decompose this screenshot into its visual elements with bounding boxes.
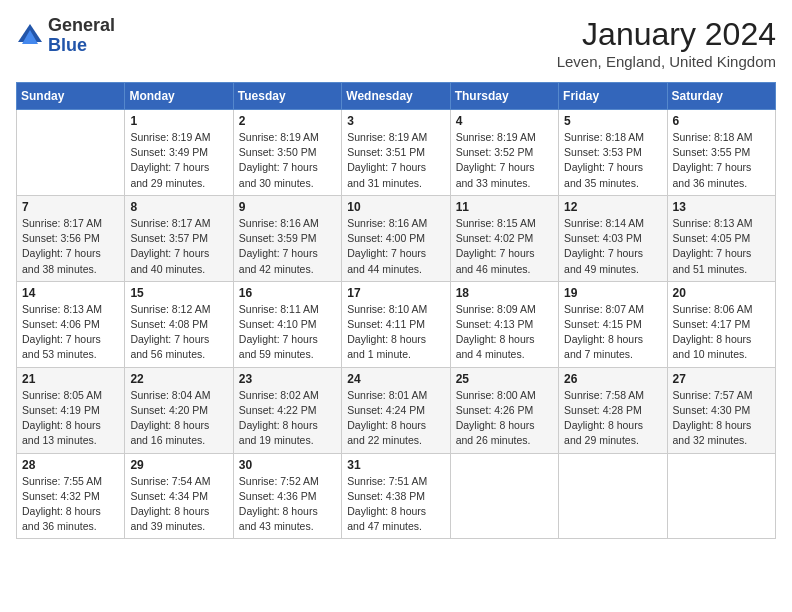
day-number: 7	[22, 200, 119, 214]
day-number: 18	[456, 286, 553, 300]
day-info: Sunrise: 8:06 AM Sunset: 4:17 PM Dayligh…	[673, 302, 770, 363]
calendar-cell: 23Sunrise: 8:02 AM Sunset: 4:22 PM Dayli…	[233, 367, 341, 453]
day-info: Sunrise: 8:11 AM Sunset: 4:10 PM Dayligh…	[239, 302, 336, 363]
day-number: 5	[564, 114, 661, 128]
calendar-cell	[559, 453, 667, 539]
day-number: 12	[564, 200, 661, 214]
calendar-cell: 29Sunrise: 7:54 AM Sunset: 4:34 PM Dayli…	[125, 453, 233, 539]
calendar-cell: 27Sunrise: 7:57 AM Sunset: 4:30 PM Dayli…	[667, 367, 775, 453]
calendar-cell: 7Sunrise: 8:17 AM Sunset: 3:56 PM Daylig…	[17, 195, 125, 281]
calendar-cell: 17Sunrise: 8:10 AM Sunset: 4:11 PM Dayli…	[342, 281, 450, 367]
calendar-cell: 1Sunrise: 8:19 AM Sunset: 3:49 PM Daylig…	[125, 110, 233, 196]
calendar-day-header: Monday	[125, 83, 233, 110]
day-info: Sunrise: 8:19 AM Sunset: 3:51 PM Dayligh…	[347, 130, 444, 191]
day-info: Sunrise: 8:00 AM Sunset: 4:26 PM Dayligh…	[456, 388, 553, 449]
logo-icon	[16, 22, 44, 50]
day-info: Sunrise: 8:12 AM Sunset: 4:08 PM Dayligh…	[130, 302, 227, 363]
calendar-week-row: 7Sunrise: 8:17 AM Sunset: 3:56 PM Daylig…	[17, 195, 776, 281]
calendar-cell	[450, 453, 558, 539]
day-number: 15	[130, 286, 227, 300]
day-info: Sunrise: 7:55 AM Sunset: 4:32 PM Dayligh…	[22, 474, 119, 535]
day-number: 11	[456, 200, 553, 214]
day-info: Sunrise: 8:17 AM Sunset: 3:57 PM Dayligh…	[130, 216, 227, 277]
calendar-cell: 13Sunrise: 8:13 AM Sunset: 4:05 PM Dayli…	[667, 195, 775, 281]
day-info: Sunrise: 8:16 AM Sunset: 3:59 PM Dayligh…	[239, 216, 336, 277]
calendar-cell: 9Sunrise: 8:16 AM Sunset: 3:59 PM Daylig…	[233, 195, 341, 281]
day-number: 1	[130, 114, 227, 128]
day-number: 21	[22, 372, 119, 386]
day-number: 22	[130, 372, 227, 386]
day-info: Sunrise: 8:10 AM Sunset: 4:11 PM Dayligh…	[347, 302, 444, 363]
day-number: 9	[239, 200, 336, 214]
day-info: Sunrise: 7:58 AM Sunset: 4:28 PM Dayligh…	[564, 388, 661, 449]
day-number: 16	[239, 286, 336, 300]
calendar-cell: 14Sunrise: 8:13 AM Sunset: 4:06 PM Dayli…	[17, 281, 125, 367]
day-info: Sunrise: 8:19 AM Sunset: 3:50 PM Dayligh…	[239, 130, 336, 191]
day-number: 30	[239, 458, 336, 472]
day-number: 3	[347, 114, 444, 128]
day-number: 10	[347, 200, 444, 214]
day-info: Sunrise: 8:07 AM Sunset: 4:15 PM Dayligh…	[564, 302, 661, 363]
calendar-cell: 5Sunrise: 8:18 AM Sunset: 3:53 PM Daylig…	[559, 110, 667, 196]
day-number: 2	[239, 114, 336, 128]
day-number: 31	[347, 458, 444, 472]
calendar-cell	[667, 453, 775, 539]
calendar-day-header: Wednesday	[342, 83, 450, 110]
calendar-cell: 2Sunrise: 8:19 AM Sunset: 3:50 PM Daylig…	[233, 110, 341, 196]
calendar-cell: 18Sunrise: 8:09 AM Sunset: 4:13 PM Dayli…	[450, 281, 558, 367]
calendar-cell: 4Sunrise: 8:19 AM Sunset: 3:52 PM Daylig…	[450, 110, 558, 196]
calendar-table: SundayMondayTuesdayWednesdayThursdayFrid…	[16, 82, 776, 539]
day-info: Sunrise: 7:51 AM Sunset: 4:38 PM Dayligh…	[347, 474, 444, 535]
calendar-cell: 21Sunrise: 8:05 AM Sunset: 4:19 PM Dayli…	[17, 367, 125, 453]
day-number: 23	[239, 372, 336, 386]
day-info: Sunrise: 8:15 AM Sunset: 4:02 PM Dayligh…	[456, 216, 553, 277]
day-info: Sunrise: 8:18 AM Sunset: 3:55 PM Dayligh…	[673, 130, 770, 191]
day-info: Sunrise: 8:17 AM Sunset: 3:56 PM Dayligh…	[22, 216, 119, 277]
day-number: 27	[673, 372, 770, 386]
calendar-cell: 8Sunrise: 8:17 AM Sunset: 3:57 PM Daylig…	[125, 195, 233, 281]
calendar-day-header: Friday	[559, 83, 667, 110]
day-info: Sunrise: 7:57 AM Sunset: 4:30 PM Dayligh…	[673, 388, 770, 449]
calendar-week-row: 1Sunrise: 8:19 AM Sunset: 3:49 PM Daylig…	[17, 110, 776, 196]
calendar-cell: 12Sunrise: 8:14 AM Sunset: 4:03 PM Dayli…	[559, 195, 667, 281]
day-info: Sunrise: 8:14 AM Sunset: 4:03 PM Dayligh…	[564, 216, 661, 277]
day-number: 17	[347, 286, 444, 300]
calendar-cell: 20Sunrise: 8:06 AM Sunset: 4:17 PM Dayli…	[667, 281, 775, 367]
calendar-week-row: 21Sunrise: 8:05 AM Sunset: 4:19 PM Dayli…	[17, 367, 776, 453]
calendar-week-row: 28Sunrise: 7:55 AM Sunset: 4:32 PM Dayli…	[17, 453, 776, 539]
calendar-week-row: 14Sunrise: 8:13 AM Sunset: 4:06 PM Dayli…	[17, 281, 776, 367]
calendar-cell: 15Sunrise: 8:12 AM Sunset: 4:08 PM Dayli…	[125, 281, 233, 367]
day-number: 28	[22, 458, 119, 472]
day-number: 26	[564, 372, 661, 386]
day-number: 25	[456, 372, 553, 386]
title-block: January 2024 Leven, England, United King…	[557, 16, 776, 70]
day-number: 13	[673, 200, 770, 214]
calendar-cell: 6Sunrise: 8:18 AM Sunset: 3:55 PM Daylig…	[667, 110, 775, 196]
calendar-cell: 30Sunrise: 7:52 AM Sunset: 4:36 PM Dayli…	[233, 453, 341, 539]
day-info: Sunrise: 8:04 AM Sunset: 4:20 PM Dayligh…	[130, 388, 227, 449]
day-info: Sunrise: 8:02 AM Sunset: 4:22 PM Dayligh…	[239, 388, 336, 449]
logo-blue: Blue	[48, 36, 115, 56]
calendar-cell: 3Sunrise: 8:19 AM Sunset: 3:51 PM Daylig…	[342, 110, 450, 196]
calendar-cell: 25Sunrise: 8:00 AM Sunset: 4:26 PM Dayli…	[450, 367, 558, 453]
logo-general: General	[48, 16, 115, 36]
day-info: Sunrise: 7:54 AM Sunset: 4:34 PM Dayligh…	[130, 474, 227, 535]
day-number: 20	[673, 286, 770, 300]
day-info: Sunrise: 8:18 AM Sunset: 3:53 PM Dayligh…	[564, 130, 661, 191]
day-number: 19	[564, 286, 661, 300]
calendar-cell	[17, 110, 125, 196]
page-header: General Blue January 2024 Leven, England…	[16, 16, 776, 70]
day-number: 14	[22, 286, 119, 300]
day-number: 24	[347, 372, 444, 386]
day-info: Sunrise: 8:13 AM Sunset: 4:06 PM Dayligh…	[22, 302, 119, 363]
day-info: Sunrise: 8:19 AM Sunset: 3:52 PM Dayligh…	[456, 130, 553, 191]
calendar-cell: 11Sunrise: 8:15 AM Sunset: 4:02 PM Dayli…	[450, 195, 558, 281]
day-info: Sunrise: 8:09 AM Sunset: 4:13 PM Dayligh…	[456, 302, 553, 363]
day-info: Sunrise: 8:16 AM Sunset: 4:00 PM Dayligh…	[347, 216, 444, 277]
day-number: 8	[130, 200, 227, 214]
logo: General Blue	[16, 16, 115, 56]
calendar-day-header: Thursday	[450, 83, 558, 110]
calendar-header-row: SundayMondayTuesdayWednesdayThursdayFrid…	[17, 83, 776, 110]
day-number: 6	[673, 114, 770, 128]
calendar-cell: 19Sunrise: 8:07 AM Sunset: 4:15 PM Dayli…	[559, 281, 667, 367]
